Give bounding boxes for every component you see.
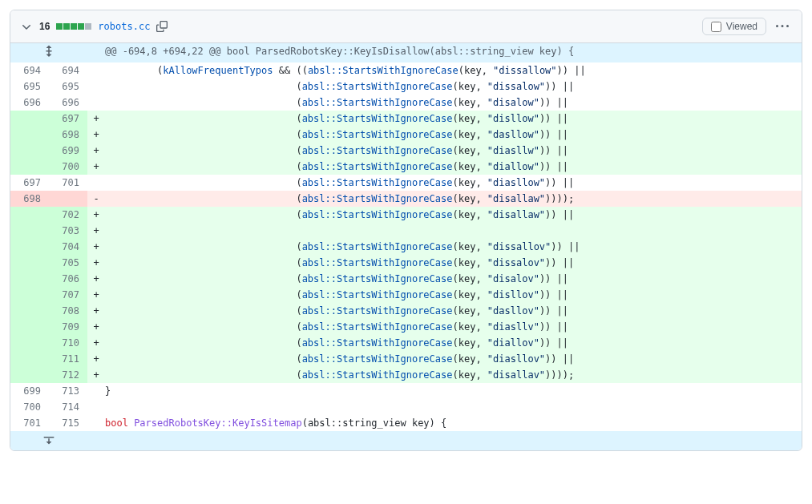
- code-content: (absl::StartsWithIgnoreCase(key, "disall…: [105, 367, 802, 383]
- old-line-number[interactable]: [10, 367, 49, 383]
- code-content: (absl::StartsWithIgnoreCase(key, "diasll…: [105, 319, 802, 335]
- diff-line: 698- (absl::StartsWithIgnoreCase(key, "d…: [10, 191, 802, 207]
- diff-line: 698+ (absl::StartsWithIgnoreCase(key, "d…: [10, 127, 802, 143]
- code-content: (absl::StartsWithIgnoreCase(key, "dasllo…: [105, 303, 802, 319]
- code-content: }: [105, 383, 802, 399]
- chevron-down-icon[interactable]: [20, 20, 33, 33]
- code-content: [105, 399, 802, 415]
- code-content: (absl::StartsWithIgnoreCase(key, "disllo…: [105, 111, 802, 127]
- new-line-number[interactable]: 715: [49, 415, 87, 431]
- new-line-number[interactable]: 710: [49, 335, 87, 351]
- code-content: bool ParsedRobotsKey::KeyIsSitemap(absl:…: [105, 415, 802, 431]
- new-line-number[interactable]: 705: [49, 255, 87, 271]
- code-content: (absl::StartsWithIgnoreCase(key, "diasll…: [105, 143, 802, 159]
- code-content: (absl::StartsWithIgnoreCase(key, "diasll…: [105, 175, 802, 191]
- diff-marker: +: [87, 367, 105, 383]
- diff-line: 701715 bool ParsedRobotsKey::KeyIsSitema…: [10, 415, 802, 431]
- new-line-number[interactable]: 695: [49, 79, 87, 95]
- old-line-number[interactable]: [10, 271, 49, 287]
- diff-marker: [87, 79, 105, 95]
- new-line-number[interactable]: 701: [49, 175, 87, 191]
- new-line-number[interactable]: [49, 191, 87, 207]
- new-line-number[interactable]: 694: [49, 62, 87, 79]
- old-line-number[interactable]: [10, 127, 49, 143]
- old-line-number[interactable]: [10, 111, 49, 127]
- new-line-number[interactable]: 704: [49, 239, 87, 255]
- new-line-number[interactable]: 712: [49, 367, 87, 383]
- diff-marker: [87, 399, 105, 415]
- diff-marker: +: [87, 335, 105, 351]
- diffstat-added-block: [63, 23, 70, 30]
- old-line-number[interactable]: [10, 223, 49, 239]
- code-content: (absl::StartsWithIgnoreCase(key, "dissal…: [105, 239, 802, 255]
- new-line-number[interactable]: 707: [49, 287, 87, 303]
- expand-row: [10, 431, 802, 450]
- new-line-number[interactable]: 700: [49, 159, 87, 175]
- old-line-number[interactable]: [10, 335, 49, 351]
- old-line-number[interactable]: 698: [10, 191, 49, 207]
- expand-hunk[interactable]: [10, 43, 87, 62]
- code-content: (absl::StartsWithIgnoreCase(key, "disall…: [105, 207, 802, 223]
- copy-icon[interactable]: [156, 21, 168, 32]
- diff-marker: [87, 415, 105, 431]
- old-line-number[interactable]: [10, 287, 49, 303]
- new-line-number[interactable]: 696: [49, 95, 87, 111]
- diff-marker: +: [87, 239, 105, 255]
- filename-link[interactable]: robots.cc: [98, 21, 150, 32]
- diff-marker: +: [87, 351, 105, 367]
- diff-line: 699713 }: [10, 383, 802, 399]
- diff-marker: +: [87, 271, 105, 287]
- kebab-icon[interactable]: [773, 17, 792, 36]
- code-content: (absl::StartsWithIgnoreCase(key, "disalo…: [105, 95, 802, 111]
- old-line-number[interactable]: 697: [10, 175, 49, 191]
- viewed-toggle[interactable]: Viewed: [702, 18, 766, 35]
- new-line-number[interactable]: 702: [49, 207, 87, 223]
- new-line-number[interactable]: 709: [49, 319, 87, 335]
- diff-marker: +: [87, 111, 105, 127]
- viewed-checkbox[interactable]: [711, 22, 721, 32]
- old-line-number[interactable]: [10, 143, 49, 159]
- diff-marker: +: [87, 303, 105, 319]
- code-content: (absl::StartsWithIgnoreCase(key, "diallo…: [105, 335, 802, 351]
- new-line-number[interactable]: 708: [49, 303, 87, 319]
- diff-line: 700+ (absl::StartsWithIgnoreCase(key, "d…: [10, 159, 802, 175]
- new-line-number[interactable]: 711: [49, 351, 87, 367]
- diff-line: 697+ (absl::StartsWithIgnoreCase(key, "d…: [10, 111, 802, 127]
- new-line-number[interactable]: 697: [49, 111, 87, 127]
- expand-hunk[interactable]: [10, 431, 87, 450]
- old-line-number[interactable]: [10, 239, 49, 255]
- new-line-number[interactable]: 703: [49, 223, 87, 239]
- new-line-number[interactable]: 698: [49, 127, 87, 143]
- diff-marker: +: [87, 255, 105, 271]
- viewed-label: Viewed: [726, 21, 757, 32]
- old-line-number[interactable]: [10, 351, 49, 367]
- old-line-number[interactable]: 701: [10, 415, 49, 431]
- diff-line: 694694 (kAllowFrequentTypos && ((absl::S…: [10, 62, 802, 79]
- code-content: (absl::StartsWithIgnoreCase(key, "diasll…: [105, 351, 802, 367]
- diff-marker: +: [87, 319, 105, 335]
- old-line-number[interactable]: [10, 255, 49, 271]
- new-line-number[interactable]: 714: [49, 399, 87, 415]
- new-line-number[interactable]: 699: [49, 143, 87, 159]
- old-line-number[interactable]: 696: [10, 95, 49, 111]
- old-line-number[interactable]: 700: [10, 399, 49, 415]
- code-content: (absl::StartsWithIgnoreCase(key, "disalo…: [105, 271, 802, 287]
- code-content: (absl::StartsWithIgnoreCase(key, "disllo…: [105, 287, 802, 303]
- code-content: (absl::StartsWithIgnoreCase(key, "disall…: [105, 191, 802, 207]
- old-line-number[interactable]: [10, 207, 49, 223]
- new-line-number[interactable]: 713: [49, 383, 87, 399]
- diff-table: @@ -694,8 +694,22 @@ bool ParsedRobotsKe…: [10, 43, 802, 450]
- old-line-number[interactable]: 699: [10, 383, 49, 399]
- diff-marker: +: [87, 223, 105, 239]
- old-line-number[interactable]: 694: [10, 62, 49, 79]
- new-line-number[interactable]: 706: [49, 271, 87, 287]
- diff-line: 710+ (absl::StartsWithIgnoreCase(key, "d…: [10, 335, 802, 351]
- diff-line: 706+ (absl::StartsWithIgnoreCase(key, "d…: [10, 271, 802, 287]
- code-content: [105, 223, 802, 239]
- old-line-number[interactable]: [10, 303, 49, 319]
- expand-down-icon: [10, 431, 87, 447]
- old-line-number[interactable]: [10, 319, 49, 335]
- old-line-number[interactable]: [10, 159, 49, 175]
- old-line-number[interactable]: 695: [10, 79, 49, 95]
- diff-line: 700714: [10, 399, 802, 415]
